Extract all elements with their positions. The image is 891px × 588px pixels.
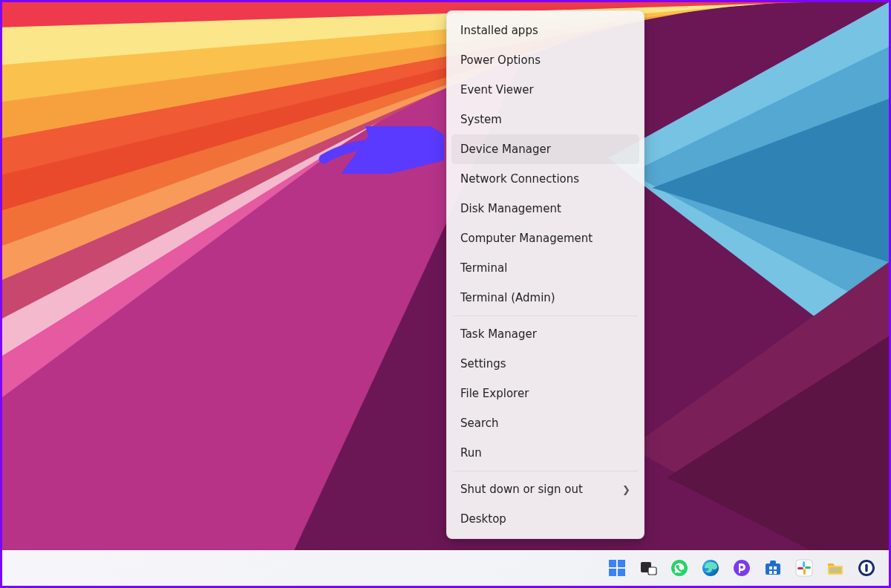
menu-item-label: Computer Management: [460, 232, 593, 245]
svg-rect-34: [774, 571, 777, 574]
menu-item-label: Task Manager: [460, 327, 537, 341]
menu-item-power-options[interactable]: Power Options: [451, 45, 639, 75]
edge-icon: [701, 558, 720, 578]
taskbar-start-button[interactable]: [607, 558, 627, 578]
winx-context-menu: Installed apps Power Options Event Viewe…: [446, 10, 644, 539]
taskbar-purpleapp-button[interactable]: [731, 558, 752, 578]
menu-item-terminal-admin[interactable]: Terminal (Admin): [451, 283, 639, 313]
menu-item-disk-management[interactable]: Disk Management: [451, 194, 639, 223]
svg-rect-20: [618, 560, 625, 567]
windows-start-icon: [607, 558, 627, 578]
screenshot-frame: Installed apps Power Options Event Viewe…: [0, 0, 891, 588]
taskbar-store-button[interactable]: [763, 558, 783, 578]
menu-item-label: Disk Management: [460, 202, 561, 215]
svg-rect-30: [770, 561, 776, 564]
svg-rect-36: [803, 561, 805, 567]
menu-item-label: Desktop: [460, 512, 506, 526]
svg-rect-24: [648, 567, 656, 575]
menu-item-device-manager[interactable]: Device Manager: [451, 134, 639, 164]
svg-rect-40: [829, 567, 841, 573]
menu-item-terminal[interactable]: Terminal: [451, 253, 639, 283]
svg-point-28: [740, 566, 743, 569]
menu-item-label: Settings: [460, 357, 506, 370]
svg-rect-31: [769, 566, 772, 569]
taskbar-explorer-button[interactable]: [825, 558, 846, 578]
purpleapp-icon: [732, 558, 751, 578]
menu-item-shutdown-signout[interactable]: Shut down or sign out ❯: [451, 474, 639, 504]
taskview-icon: [639, 558, 658, 578]
taskbar-taskview-button[interactable]: [638, 558, 659, 578]
folder-icon: [826, 558, 845, 578]
svg-rect-37: [805, 566, 811, 569]
menu-item-network-connections[interactable]: Network Connections: [451, 164, 639, 194]
svg-rect-19: [609, 560, 616, 567]
menu-item-event-viewer[interactable]: Event Viewer: [451, 75, 639, 105]
taskbar-edge-button[interactable]: [700, 558, 721, 578]
menu-item-label: Network Connections: [460, 172, 579, 186]
menu-item-computer-management[interactable]: Computer Management: [451, 223, 639, 253]
taskbar-slack-button[interactable]: [794, 558, 815, 578]
taskbar-1password-button[interactable]: [856, 558, 877, 578]
taskbar: [2, 550, 889, 586]
menu-item-label: Shut down or sign out: [460, 483, 583, 496]
svg-rect-22: [618, 569, 625, 576]
menu-item-label: Run: [460, 446, 482, 460]
menu-item-installed-apps[interactable]: Installed apps: [451, 16, 639, 45]
menu-item-task-manager[interactable]: Task Manager: [451, 319, 639, 349]
menu-item-label: Terminal: [460, 261, 507, 275]
svg-rect-32: [774, 566, 777, 569]
menu-separator: [453, 316, 638, 316]
menu-item-label: System: [460, 113, 502, 126]
store-icon: [763, 558, 783, 578]
svg-rect-21: [609, 569, 616, 576]
taskbar-whatsapp-button[interactable]: [669, 558, 690, 578]
onepass-icon: [857, 558, 876, 578]
chevron-right-icon: ❯: [622, 484, 630, 495]
menu-separator: [453, 471, 638, 471]
menu-item-system[interactable]: System: [451, 105, 639, 134]
menu-item-label: Device Manager: [460, 143, 551, 156]
menu-item-run[interactable]: Run: [451, 438, 639, 468]
menu-item-label: Event Viewer: [460, 83, 534, 97]
menu-item-file-explorer[interactable]: File Explorer: [451, 379, 639, 408]
svg-rect-39: [797, 567, 803, 569]
svg-rect-29: [766, 564, 780, 575]
menu-item-label: Installed apps: [460, 24, 538, 37]
menu-item-label: Search: [460, 416, 499, 430]
menu-item-settings[interactable]: Settings: [451, 349, 639, 379]
svg-rect-43: [865, 564, 867, 572]
menu-item-desktop[interactable]: Desktop: [451, 504, 639, 534]
slack-icon: [794, 558, 814, 578]
whatsapp-icon: [670, 558, 689, 578]
svg-rect-33: [769, 571, 772, 574]
menu-item-label: Terminal (Admin): [460, 291, 555, 304]
menu-item-label: File Explorer: [460, 387, 529, 400]
menu-item-search[interactable]: Search: [451, 408, 639, 438]
svg-rect-38: [803, 569, 806, 575]
desktop-wallpaper: [2, 2, 889, 586]
menu-item-label: Power Options: [460, 53, 541, 67]
